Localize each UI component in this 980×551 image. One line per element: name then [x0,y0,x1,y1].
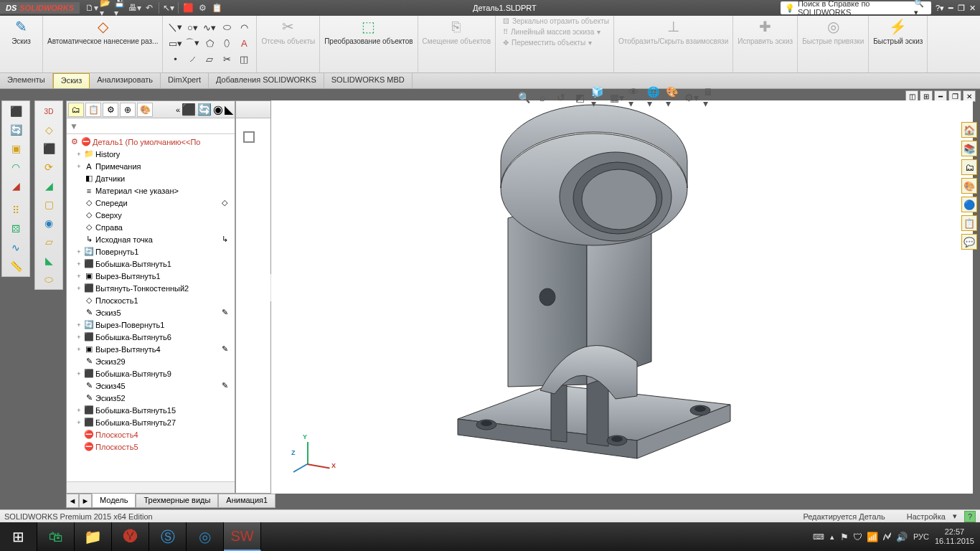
ribbon-convert-button[interactable]: ⬚ Преобразование объектов [320,16,418,72]
lt-hole-icon[interactable]: ◉ [37,215,61,232]
tree-node[interactable]: +⬛Бобышка-Вытянуть27 [67,416,235,428]
rtb-properties-icon[interactable]: 📋 [961,215,977,231]
qat-options-icon[interactable]: ⚙ [196,1,209,14]
rtb-forum-icon[interactable]: 💬 [961,234,977,250]
qat-undo-icon[interactable]: ↶ [143,1,156,14]
status-help-icon[interactable]: ? [964,511,976,522]
text-icon[interactable]: A [236,36,252,50]
ribbon-rapid-button[interactable]: ⚡ Быстрый эскиз [869,16,928,72]
appearance-target-box[interactable] [243,131,255,143]
tree-filter-input[interactable]: ▼ [67,118,235,134]
tray-battery-icon[interactable]: 🗲 [882,532,892,542]
prevview-icon[interactable]: ↺ [554,90,568,105]
qat-new-icon[interactable]: 🗋▾ [85,1,98,14]
lt-draft-icon[interactable]: ◣ [37,252,61,269]
lt-3d-icon[interactable]: 3D [37,103,61,120]
taskbar-solidworks-icon[interactable]: SW [224,522,261,551]
slot-icon[interactable]: ⬯ [219,36,235,50]
rtb-explorer-icon[interactable]: 🗂 [961,159,977,175]
tree-node[interactable]: ✎Эскиз52 [67,392,235,404]
render-icon[interactable]: 🖥▾ [703,90,717,105]
qat-tools-icon[interactable]: 📋 [210,1,223,14]
tree-tab-config-icon[interactable]: ⚙ [103,103,118,117]
polygon-icon[interactable]: ⬠ [202,36,217,50]
expand-icon[interactable]: + [75,334,83,341]
ellipse-icon[interactable]: ⬭ [219,20,235,34]
qat-select-icon[interactable]: ↖▾ [162,1,175,14]
expand-icon[interactable]: + [75,273,83,280]
tree-node[interactable]: ≡Материал <не указан> [67,184,235,197]
expand-icon[interactable]: + [75,151,83,158]
lt-extrude-icon[interactable]: ⬛ [4,103,28,120]
taskbar-explorer-icon[interactable]: 📁 [75,522,112,551]
tree-node[interactable]: ◇Сверху [67,209,235,221]
tree-suppress-icon[interactable]: ✎ [222,344,232,354]
tray-shield-icon[interactable]: 🛡 [853,532,862,542]
tab-mbd[interactable]: SOLIDWORKS MBD [324,73,413,88]
tree-icon4[interactable]: ◣ [225,103,233,116]
restore-icon[interactable]: ❐ [958,4,965,13]
tree-node[interactable]: +⬛Бобышка-Вытянуть9 [67,367,235,380]
tray-expand-icon[interactable]: ▴ [830,532,834,542]
search-icon[interactable]: 🔍▾ [914,0,927,17]
tree-collapse-icon[interactable]: « [176,105,180,114]
tree-node[interactable]: +AПримечания [67,160,235,172]
tree-tab-feature-icon[interactable]: 🗂 [68,103,84,117]
tray-language[interactable]: РУС [913,532,929,541]
tab-dimxpert[interactable]: DimXpert [161,73,209,88]
doctab-animation[interactable]: Анимация1 [218,494,275,508]
tree-node[interactable]: +📁History [67,148,235,160]
plane-icon[interactable]: ▱ [202,52,217,66]
rtb-library-icon[interactable]: 📚 [961,141,977,156]
tree-icon3[interactable]: ◉ [213,103,223,116]
tree-node[interactable]: ◧Датчики [67,172,235,184]
tree-node[interactable]: +⬛Бобышка-Вытянуть15 [67,404,235,416]
lt-plane2-icon[interactable]: ◇ [37,121,61,138]
qat-save-icon[interactable]: 💾▾ [114,1,127,14]
tree-tab-display-icon[interactable]: 🎨 [137,103,153,117]
qat-open-icon[interactable]: 📂▾ [100,1,113,14]
tree-node[interactable]: +🔄Вырез-Повернуть1 [67,319,235,331]
doctab-3dviews[interactable]: Трехмерные виды [136,494,218,508]
taskbar-yandex-icon[interactable]: 🅨 [112,522,149,551]
centerline-icon[interactable]: ⟋ [184,52,200,66]
help-search-input[interactable]: 💡 Поиск в Справке по SOLIDWORKS 🔍▾ [781,1,931,14]
lt-chamfer-icon[interactable]: ◢ [4,177,28,194]
lt-cut-icon[interactable]: ▣ [4,140,28,157]
tree-node[interactable]: ◇Плоскость1 [67,294,235,306]
expand-icon[interactable]: + [75,419,83,426]
qat-rebuild-icon[interactable]: 🟥 [182,1,194,14]
tree-tab-property-icon[interactable]: 📋 [85,103,101,117]
rtb-appearances-icon[interactable]: 🔵 [961,197,977,212]
vieworient-icon[interactable]: 🧊▾ [591,90,606,105]
tree-suppress-icon[interactable]: ✎ [222,381,232,390]
construct-icon[interactable]: ◫ [236,52,252,66]
zoomarea-icon[interactable]: ⌕ [535,90,550,105]
help-icon[interactable]: ?▾ [936,4,944,13]
line-icon[interactable]: ＼▾ [167,20,183,34]
tree-node[interactable]: ⛔Плоскость5 [67,441,235,453]
zoomfit-icon[interactable]: 🔍 [517,90,531,105]
point-icon[interactable]: • [167,52,183,66]
expand-icon[interactable]: + [75,346,83,353]
tree-suppress-icon[interactable]: ✎ [222,308,232,317]
lt-pattern-icon[interactable]: ⠿ [4,202,28,219]
tray-keyboard-icon[interactable]: ⌨ [813,532,824,542]
rtb-resources-icon[interactable]: 🏠 [961,122,977,138]
tree-suppress-icon[interactable]: ↳ [222,235,232,244]
tree-node[interactable]: ⛔Плоскость4 [67,428,235,441]
expand-icon[interactable]: + [75,163,83,170]
expand-icon[interactable]: + [75,407,83,414]
tree-icon1[interactable]: ⬛ [182,103,196,116]
tree-node[interactable]: +⬛Бобышка-Вытянуть6 [67,331,235,343]
tree-suppress-icon[interactable]: ◇ [222,198,232,207]
start-button[interactable]: ⊞ [0,522,37,551]
expand-icon[interactable]: + [75,248,83,255]
tree-node[interactable]: ✎Эскиз5✎ [67,306,235,319]
minimize-icon[interactable]: ━ [948,4,953,13]
tree-node[interactable]: +⬛Вытянуть-Тонкостенный2 [67,282,235,294]
tree-node[interactable]: ✎Эскиз45✎ [67,380,235,392]
tray-clock[interactable]: 22:57 16.11.2015 [935,527,974,546]
status-custom-button[interactable]: Настройка [907,512,946,521]
ribbon-sketch-button[interactable]: ✎ Эскиз [0,16,43,72]
